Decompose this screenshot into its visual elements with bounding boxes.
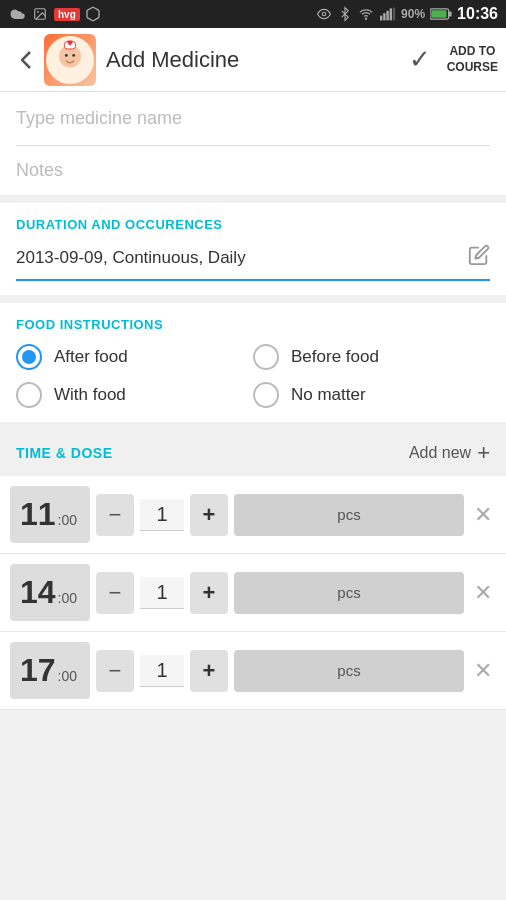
duration-section: DURATION AND OCCURENCES 2013-09-09, Cont… — [0, 203, 506, 295]
radio-no-matter[interactable] — [253, 382, 279, 408]
plus-button-3[interactable]: + — [190, 650, 228, 692]
wifi-icon — [357, 7, 375, 21]
svg-point-1 — [37, 11, 39, 13]
app-icon — [44, 34, 96, 86]
cloud-icon — [8, 7, 26, 21]
qty-input-2[interactable] — [140, 577, 184, 609]
battery-icon — [430, 8, 452, 20]
svg-rect-5 — [383, 13, 385, 20]
page-title: Add Medicine — [106, 47, 409, 73]
dose-row-3: 17 :00 − + pcs ✕ — [0, 632, 506, 710]
action-bar: Add Medicine ✓ ADD TOCOURSE — [0, 28, 506, 92]
svg-rect-10 — [449, 11, 452, 16]
plus-button-2[interactable]: + — [190, 572, 228, 614]
image-icon — [31, 7, 49, 21]
svg-rect-11 — [431, 10, 446, 18]
remove-row-3-button[interactable]: ✕ — [470, 658, 496, 684]
check-button[interactable]: ✓ — [409, 44, 431, 75]
qty-input-3[interactable] — [140, 655, 184, 687]
unit-button-1[interactable]: pcs — [234, 494, 464, 536]
minus-button-1[interactable]: − — [96, 494, 134, 536]
food-option-with[interactable]: With food — [16, 382, 253, 408]
unit-button-3[interactable]: pcs — [234, 650, 464, 692]
time-block-3[interactable]: 17 :00 — [10, 642, 90, 699]
remove-row-1-button[interactable]: ✕ — [470, 502, 496, 528]
time-dose-label: TIME & DOSE — [16, 445, 113, 461]
radio-before-food[interactable] — [253, 344, 279, 370]
battery-indicator: 90% — [401, 7, 425, 21]
time-hour-3: 17 — [20, 652, 56, 689]
box-icon — [85, 6, 101, 22]
minus-button-2[interactable]: − — [96, 572, 134, 614]
eye-icon — [315, 7, 333, 21]
time-block-2[interactable]: 14 :00 — [10, 564, 90, 621]
edit-duration-button[interactable] — [468, 244, 490, 271]
minus-button-3[interactable]: − — [96, 650, 134, 692]
food-option-after-label: After food — [54, 347, 128, 367]
qty-input-1[interactable] — [140, 499, 184, 531]
time-hour-1: 11 — [20, 496, 56, 533]
time-block-1[interactable]: 11 :00 — [10, 486, 90, 543]
content-area: DURATION AND OCCURENCES 2013-09-09, Cont… — [0, 92, 506, 710]
add-new-label: Add new — [409, 444, 471, 462]
status-right-icons: 90% 10:36 — [315, 5, 498, 23]
time-colon-3: :00 — [58, 668, 77, 684]
medicine-name-input[interactable] — [16, 92, 490, 146]
svg-rect-7 — [390, 8, 392, 20]
unit-button-2[interactable]: pcs — [234, 572, 464, 614]
notes-input[interactable] — [16, 146, 490, 195]
food-section: FOOD INSTRUCTIONS After food Before food… — [0, 303, 506, 422]
food-option-before-label: Before food — [291, 347, 379, 367]
time-colon-1: :00 — [58, 512, 77, 528]
radio-with-food[interactable] — [16, 382, 42, 408]
dose-row-2: 14 :00 − + pcs ✕ — [0, 554, 506, 632]
food-option-before[interactable]: Before food — [253, 344, 490, 370]
dose-rows-container: 11 :00 − + pcs ✕ 14 :00 − + pcs ✕ 17 : — [0, 476, 506, 710]
svg-point-2 — [322, 12, 326, 16]
add-new-button[interactable]: Add new + — [409, 440, 490, 466]
food-options-grid: After food Before food With food No matt… — [16, 344, 490, 408]
back-button[interactable] — [8, 42, 44, 78]
food-option-with-label: With food — [54, 385, 126, 405]
bluetooth-icon — [338, 5, 352, 23]
remove-row-2-button[interactable]: ✕ — [470, 580, 496, 606]
add-new-plus-icon: + — [477, 440, 490, 466]
status-left-icons: hvg — [8, 6, 101, 22]
time-dose-header: TIME & DOSE Add new + — [0, 430, 506, 476]
plus-button-1[interactable]: + — [190, 494, 228, 536]
food-option-nomatter[interactable]: No matter — [253, 382, 490, 408]
food-option-nomatter-label: No matter — [291, 385, 366, 405]
svg-point-3 — [365, 18, 366, 19]
duration-row: 2013-09-09, Continuous, Daily — [16, 244, 490, 281]
status-time: 10:36 — [457, 5, 498, 23]
radio-after-food[interactable] — [16, 344, 42, 370]
duration-label: DURATION AND OCCURENCES — [16, 217, 490, 232]
dose-row-1: 11 :00 − + pcs ✕ — [0, 476, 506, 554]
time-hour-2: 14 — [20, 574, 56, 611]
svg-rect-6 — [386, 11, 388, 21]
add-to-course-button[interactable]: ADD TOCOURSE — [447, 44, 498, 75]
svg-rect-17 — [69, 41, 71, 45]
food-option-after[interactable]: After food — [16, 344, 253, 370]
time-colon-2: :00 — [58, 590, 77, 606]
svg-rect-4 — [380, 16, 382, 21]
medicine-input-section — [0, 92, 506, 195]
hvg-badge: hvg — [54, 8, 80, 21]
svg-rect-8 — [393, 8, 395, 21]
duration-value: 2013-09-09, Continuous, Daily — [16, 248, 246, 268]
svg-point-19 — [72, 54, 75, 57]
status-bar: hvg 90% 10:36 — [0, 0, 506, 28]
food-label: FOOD INSTRUCTIONS — [16, 317, 490, 332]
signal-icon — [380, 7, 396, 21]
svg-point-18 — [65, 54, 68, 57]
